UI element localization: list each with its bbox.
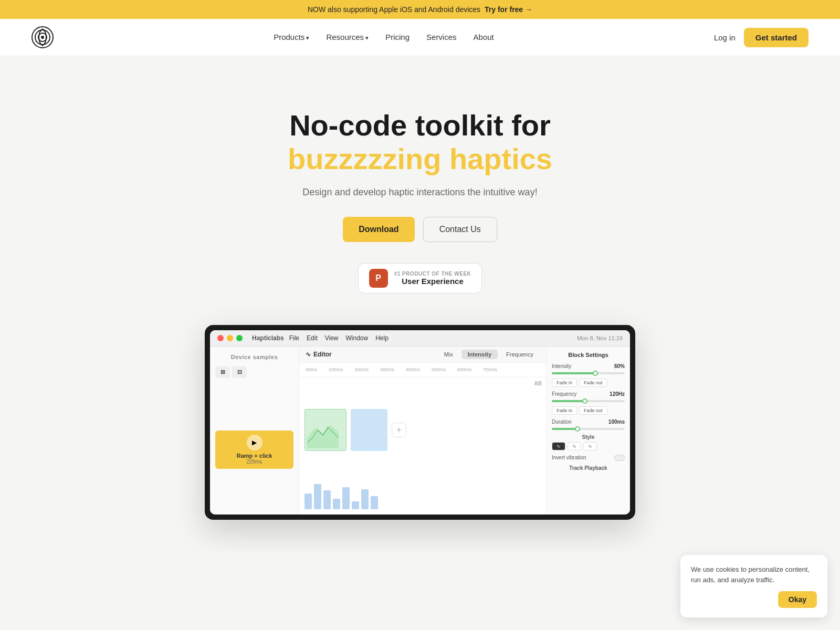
ruler-mark-6: 600ms: [457, 367, 471, 372]
app-toolbar: ∿ Editor Mix Intensity Frequency: [299, 346, 546, 363]
ruler-mark-7: 700ms: [483, 367, 497, 372]
svg-point-3: [41, 36, 44, 39]
titlebar-time: Mon 8, Nov 11:19: [577, 335, 623, 341]
frequency-row: Frequency 120Hz: [552, 391, 625, 397]
menu-edit[interactable]: Edit: [307, 334, 318, 342]
invert-toggle[interactable]: [614, 455, 625, 461]
app-name-label: Hapticlabs: [252, 334, 284, 342]
bar-1: [304, 494, 312, 509]
frequency-btn-row: Fade in Fade out: [552, 406, 625, 415]
sidebar-icons: ⊞ ⊟: [215, 366, 293, 378]
style-btn-2[interactable]: ∿: [568, 442, 581, 450]
download-button[interactable]: Download: [343, 217, 414, 242]
app-right-panel: Block Settings Intensity 60% Fade in Fad…: [546, 346, 630, 514]
sidebar-icon-2[interactable]: ⊟: [232, 366, 247, 378]
menu-view[interactable]: View: [325, 334, 339, 342]
sample-name: Ramp + click: [219, 453, 289, 459]
ph-badge-category: User Experience: [394, 277, 471, 286]
hero-title-line2: buzzzzzing haptics: [288, 142, 552, 175]
top-banner: NOW also supporting Apple iOS and Androi…: [0, 0, 840, 19]
app-screenshot-container: Hapticlabs File Edit View Window Help Mo…: [184, 325, 656, 520]
app-main: ∿ Editor Mix Intensity Frequency: [299, 346, 546, 514]
sidebar-sample-item[interactable]: ▶ Ramp + click 229ms: [215, 430, 293, 469]
minimize-button-dot: [227, 335, 233, 341]
get-started-button[interactable]: Get started: [744, 28, 808, 47]
timeline-area: 60ms 100ms 200ms 300ms 400ms 500ms 600ms…: [299, 363, 546, 377]
app-sidebar: Device samples ⊞ ⊟ ▶ Ramp + click 229ms: [210, 346, 299, 514]
track-playback-label: Track Playback: [552, 465, 625, 471]
close-button-dot: [217, 335, 224, 341]
nav-item-products[interactable]: Products: [274, 33, 309, 42]
timeline-ruler: 60ms 100ms 200ms 300ms 400ms 500ms 600ms…: [306, 367, 497, 372]
banner-cta[interactable]: Try for free: [485, 5, 532, 14]
login-button[interactable]: Log in: [714, 33, 736, 42]
titlebar-info: Hapticlabs File Edit View Window Help: [252, 334, 388, 342]
duration-slider[interactable]: [552, 428, 625, 430]
intensity-btn-row: Fade in Fade out: [552, 379, 625, 387]
app-frame: Hapticlabs File Edit View Window Help Mo…: [205, 325, 635, 520]
fade-in-btn-freq[interactable]: Fade in: [552, 406, 577, 415]
sidebar-icon-1[interactable]: ⊞: [215, 366, 230, 378]
ruler-mark-3: 300ms: [380, 367, 394, 372]
nav-item-services[interactable]: Services: [426, 33, 457, 42]
menu-help[interactable]: Help: [375, 334, 388, 342]
hero-title-line1: No-code toolkit for: [289, 109, 551, 142]
intensity-value: 60%: [614, 363, 625, 369]
waveform-block-green: [304, 409, 346, 451]
product-hunt-badge[interactable]: P #1 PRODUCT OF THE WEEK User Experience: [358, 263, 482, 293]
intensity-slider[interactable]: [552, 372, 625, 374]
bar-6: [352, 501, 359, 509]
frequency-slider[interactable]: [552, 400, 625, 402]
waveform-row-1: +: [304, 383, 541, 478]
bar-5: [342, 487, 350, 509]
panel-title: Block Settings: [552, 352, 625, 358]
invert-row: Invert vibration: [552, 455, 625, 461]
tab-mix[interactable]: Mix: [438, 350, 459, 359]
style-label: Style: [552, 434, 625, 440]
nav-item-pricing[interactable]: Pricing: [385, 33, 410, 42]
navbar-right: Log in Get started: [714, 28, 808, 47]
sidebar-header: Device samples: [215, 352, 293, 362]
style-btn-1[interactable]: ∿: [552, 442, 565, 450]
fade-in-btn-intensity[interactable]: Fade in: [552, 379, 577, 387]
editor-label: Editor: [313, 351, 332, 358]
tab-frequency[interactable]: Frequency: [500, 350, 540, 359]
nav-item-resources[interactable]: Resources: [326, 33, 369, 42]
invert-label: Invert vibration: [552, 455, 586, 460]
menu-window[interactable]: Window: [346, 334, 369, 342]
logo-icon: [32, 26, 54, 48]
style-btn-3[interactable]: ∿: [583, 442, 597, 450]
ruler-mark-4: 400ms: [406, 367, 420, 372]
menu-file[interactable]: File: [289, 334, 299, 342]
ph-badge-text: #1 PRODUCT OF THE WEEK User Experience: [394, 271, 471, 286]
ruler-mark-1: 100ms: [329, 367, 343, 372]
bar-8: [371, 496, 378, 509]
fade-out-btn-intensity[interactable]: Fade out: [579, 379, 607, 387]
sample-time: 229ms: [219, 459, 289, 465]
ph-badge-label: #1 PRODUCT OF THE WEEK: [394, 271, 471, 277]
app-inner: Hapticlabs File Edit View Window Help Mo…: [210, 330, 630, 514]
play-button[interactable]: ▶: [247, 435, 262, 450]
hero-section: No-code toolkit for buzzzzzing haptics D…: [0, 56, 840, 551]
toolbar-label: ∿ Editor: [306, 351, 332, 358]
svg-marker-4: [307, 425, 339, 448]
navbar: Products Resources Pricing Services Abou…: [0, 19, 840, 56]
ruler-mark-0: 60ms: [306, 367, 317, 372]
waveform-block-blue: [351, 409, 387, 451]
ab-label: AB: [534, 381, 542, 386]
intensity-row: Intensity 60%: [552, 363, 625, 369]
app-menu: File Edit View Window Help: [289, 334, 388, 342]
tab-intensity[interactable]: Intensity: [461, 350, 498, 359]
bar-2: [314, 484, 321, 509]
app-body: Device samples ⊞ ⊟ ▶ Ramp + click 229ms: [210, 346, 630, 514]
add-block-button[interactable]: +: [392, 423, 406, 437]
nav-item-about[interactable]: About: [474, 33, 494, 42]
contact-button[interactable]: Contact Us: [423, 217, 497, 242]
ruler-mark-2: 200ms: [354, 367, 369, 372]
duration-row: Duration 100ms: [552, 419, 625, 425]
hero-buttons: Download Contact Us: [10, 217, 830, 242]
duration-label: Duration: [552, 419, 572, 425]
fade-out-btn-freq[interactable]: Fade out: [579, 406, 607, 415]
bar-4: [333, 499, 340, 509]
maximize-button-dot: [236, 335, 243, 341]
